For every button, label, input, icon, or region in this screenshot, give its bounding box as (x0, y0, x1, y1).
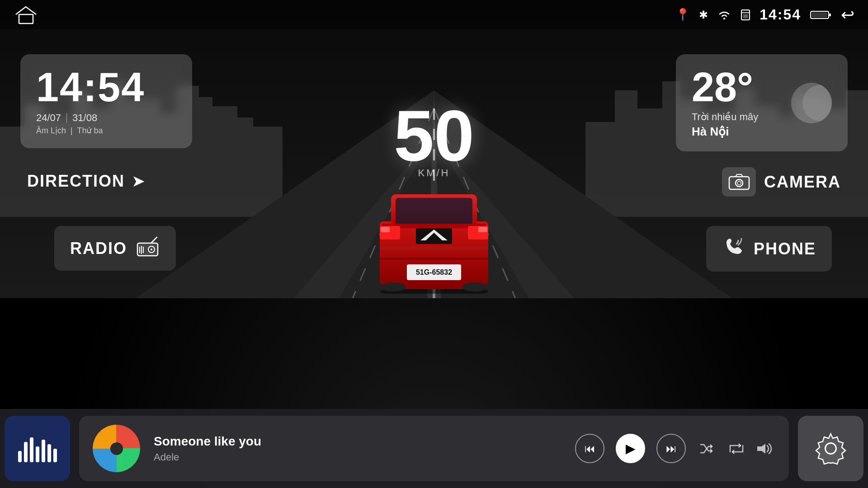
wifi-icon (717, 9, 731, 20)
speed-value: 50 (394, 99, 474, 172)
back-button[interactable]: ↩ (841, 5, 854, 24)
svg-rect-66 (729, 177, 749, 189)
svg-rect-12 (235, 117, 253, 217)
repeat-icon[interactable] (728, 442, 745, 455)
album-art (93, 425, 140, 472)
volume-icon[interactable] (756, 442, 775, 455)
svg-point-75 (151, 249, 152, 250)
bluetooth-icon: ✱ (699, 9, 708, 21)
play-button[interactable]: ▶ (616, 434, 645, 463)
svg-rect-19 (585, 122, 617, 217)
sim-icon (741, 9, 750, 21)
settings-button[interactable] (798, 416, 863, 481)
camera-button[interactable]: CAMERA (722, 167, 841, 197)
svg-rect-48 (478, 227, 487, 232)
player-extras (699, 442, 775, 455)
svg-rect-46 (381, 227, 390, 232)
song-title: Someone like you (154, 434, 561, 449)
radio-label: RADIO (70, 239, 127, 258)
svg-rect-56 (380, 246, 488, 250)
camera-label: CAMERA (764, 173, 841, 192)
camera-icon (722, 167, 756, 197)
svg-rect-65 (811, 12, 827, 18)
svg-marker-76 (757, 444, 765, 454)
weather-info: 28° Trời nhiều mây Hà Nội (692, 67, 782, 139)
svg-rect-43 (396, 198, 472, 225)
music-player: Someone like you Adele ⏮ ▶ ⏭ (79, 416, 789, 481)
weather-temp: 28° (692, 67, 782, 108)
svg-rect-20 (615, 90, 637, 217)
svg-rect-21 (635, 108, 665, 217)
svg-text:51G-65832: 51G-65832 (416, 268, 452, 276)
svg-rect-10 (197, 97, 212, 217)
direction-arrow-icon: ➤ (132, 172, 145, 191)
status-right: 📍 ✱ 14:54 ↩ (675, 5, 854, 24)
battery-icon (810, 9, 832, 20)
gear-icon (814, 432, 848, 465)
phone-button[interactable]: PHONE (706, 226, 832, 272)
svg-rect-30 (845, 90, 868, 217)
svg-rect-11 (210, 106, 237, 217)
clock-lunar-row: Âm Lịch | Thứ ba (36, 126, 176, 136)
song-artist: Adele (154, 451, 561, 463)
radio-button[interactable]: RADIO (54, 226, 176, 271)
svg-rect-57 (380, 258, 488, 260)
svg-line-70 (151, 237, 157, 243)
status-time: 14:54 (760, 6, 801, 23)
svg-rect-58 (19, 14, 33, 23)
location-icon: 📍 (675, 8, 690, 22)
weather-desc: Trời nhiều mây (692, 111, 782, 123)
home-button[interactable] (14, 5, 38, 25)
svg-rect-62 (743, 14, 748, 18)
clock-time: 14:54 (36, 67, 176, 108)
clock-date-row: 24/07 31/08 (36, 112, 176, 124)
visualizer-graphic (18, 435, 57, 462)
phone-icon (722, 235, 745, 263)
weather-widget: 28° Trời nhiều mây Hà Nội (676, 54, 848, 151)
direction-button[interactable]: DIRECTION ➤ (27, 172, 145, 191)
gregorian-date: 31/08 (72, 112, 97, 124)
song-info: Someone like you Adele (154, 434, 561, 463)
speed-display: 50 KM/H (394, 99, 474, 179)
shuffle-icon[interactable] (699, 442, 717, 455)
status-left (14, 5, 38, 25)
radio-icon (135, 235, 160, 262)
clock-widget: 14:54 24/07 31/08 Âm Lịch | Thứ ba (20, 54, 192, 148)
calendar-label: Âm Lịch (36, 126, 66, 135)
svg-point-55 (462, 282, 487, 291)
next-button[interactable]: ⏭ (656, 434, 686, 463)
svg-point-68 (737, 181, 741, 185)
svg-rect-64 (829, 14, 831, 16)
svg-point-59 (723, 18, 725, 19)
bottom-bar: Someone like you Adele ⏮ ▶ ⏭ (0, 409, 868, 488)
weather-city: Hà Nội (692, 125, 782, 139)
direction-label: DIRECTION (27, 172, 125, 191)
lunar-date: 24/07 (36, 112, 61, 124)
phone-label: PHONE (754, 239, 816, 258)
prev-button[interactable]: ⏮ (575, 434, 604, 463)
status-bar: 📍 ✱ 14:54 ↩ (0, 0, 868, 29)
svg-point-67 (736, 179, 743, 187)
day-of-week: Thứ ba (77, 126, 103, 135)
music-visualizer-button[interactable] (5, 416, 70, 481)
player-controls: ⏮ ▶ ⏭ (575, 434, 686, 463)
svg-rect-13 (251, 127, 283, 217)
svg-point-54 (381, 282, 406, 291)
weather-moon-icon (791, 83, 832, 123)
